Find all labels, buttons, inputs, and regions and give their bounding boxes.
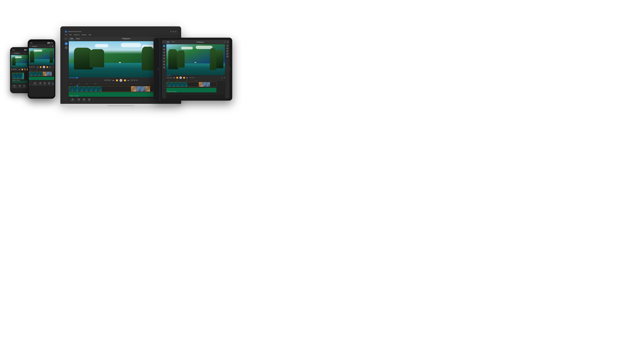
menu-edit[interactable]: Edit: [69, 34, 72, 35]
thumb-people-1: [136, 86, 141, 91]
tablet-tab-edit[interactable]: Edit: [166, 41, 170, 43]
thumb-2: [74, 86, 78, 91]
tab-edit[interactable]: Edit: [69, 37, 74, 40]
maximize-btn[interactable]: [173, 31, 174, 32]
phone-mid-color-label: Color: [39, 84, 41, 85]
tablet-rp-icon-3[interactable]: [226, 50, 228, 52]
phone-left-undo-icon[interactable]: ↩: [25, 52, 26, 54]
tool-titles[interactable]: Titles: [88, 98, 90, 101]
phone-left-notch: [17, 47, 25, 48]
tablet-rp-icon-2[interactable]: [226, 48, 228, 49]
tablet-sidebar-icon-6[interactable]: [163, 64, 165, 65]
phone-mid-home-icon[interactable]: ⌂: [30, 45, 31, 47]
phone-mid-step-fwd[interactable]: ⏩: [46, 66, 48, 68]
phone-mid-skip-back[interactable]: ⏮: [37, 66, 38, 68]
timecode-start: 00:00:00: [104, 80, 111, 81]
tab-share[interactable]: Share: [75, 37, 81, 40]
phone-left-play-btn[interactable]: ▶: [24, 68, 25, 70]
tablet-add-btn[interactable]: +: [163, 45, 165, 47]
tablet-play-btn[interactable]: ▶: [180, 76, 182, 79]
progress-handle[interactable]: [76, 77, 78, 79]
audio-waveform: [69, 92, 168, 97]
tool-audio[interactable]: Audio: [83, 98, 85, 101]
video-clip-1[interactable]: [69, 86, 131, 92]
phone-mid-play-btn[interactable]: ▶: [43, 66, 45, 68]
media-icon[interactable]: [65, 46, 68, 49]
tablet-fullscreen[interactable]: ⤢: [222, 77, 223, 78]
phone-left-step-back[interactable]: ⏪: [22, 69, 23, 70]
phone-mid-undo-icon[interactable]: ↩: [50, 45, 51, 47]
tablet-step-back[interactable]: ⏪: [176, 77, 178, 78]
add-button[interactable]: +: [65, 42, 68, 45]
close-btn[interactable]: [175, 31, 176, 32]
phone-mid-clip-2[interactable]: [43, 71, 52, 76]
tablet-clip-2[interactable]: [199, 82, 216, 87]
step-back-btn[interactable]: ⏪: [116, 79, 118, 81]
tablet-sidebar-icon-1[interactable]: [163, 49, 165, 50]
tablet-undo-icon[interactable]: ↩: [224, 41, 226, 43]
menu-file[interactable]: File: [65, 34, 67, 35]
skip-back-btn[interactable]: ⏮: [112, 79, 114, 81]
tool-transitions[interactable]: Transitions: [70, 98, 75, 101]
tablet-ruler-30: 30: [177, 80, 178, 81]
tablet-home-icon[interactable]: ⌂: [163, 41, 164, 43]
phone-mid-tool-audio[interactable]: Audio: [44, 82, 46, 85]
tablet-skip-fwd[interactable]: ⏭: [186, 77, 188, 78]
tablet-progress-container[interactable]: [166, 75, 225, 76]
tablet-export-icon[interactable]: ⊞: [227, 41, 228, 43]
menu-sequence[interactable]: Sequence: [74, 34, 80, 35]
menu-window[interactable]: Window: [82, 34, 86, 35]
pl-thumb-1: [12, 73, 16, 79]
play-button[interactable]: [120, 79, 122, 82]
scene: Adobe Premiere Rush File Edit Sequence: [0, 0, 242, 136]
phone-mid-notch: [37, 39, 46, 41]
phone-mid-back[interactable]: ←: [29, 83, 30, 85]
phone-mid-tool-transitions[interactable]: Transitions: [33, 82, 37, 85]
phone-mid-skip-fwd[interactable]: ⏭: [50, 66, 51, 68]
tablet-sidebar-icon-7[interactable]: [163, 67, 165, 68]
phone-left-tool-transitions[interactable]: Transitions: [12, 85, 16, 87]
phone-mid-timeline[interactable]: [29, 71, 54, 81]
phone-mid-tool-titles[interactable]: Titles: [48, 82, 50, 85]
tablet-rp-icon-5[interactable]: [226, 56, 228, 57]
thumb-1: [69, 86, 74, 91]
phone-left-clip[interactable]: [12, 72, 24, 79]
tablet-sidebar-icon-3[interactable]: [163, 55, 165, 56]
menu-help[interactable]: Help: [88, 34, 91, 35]
tablet-step-fwd[interactable]: ⏩: [183, 77, 185, 78]
phone-mid-share-icon[interactable]: ⊞: [52, 45, 53, 47]
tablet-skip-back[interactable]: ⏮: [174, 77, 175, 78]
tablet-clip-1[interactable]: [166, 82, 199, 87]
step-fwd-btn[interactable]: ⏩: [124, 79, 126, 81]
phone-mid-add-btn[interactable]: +: [52, 83, 53, 85]
tab-t1: [166, 82, 171, 87]
tablet-rp-icon-1[interactable]: [226, 45, 228, 46]
phone-mid-fullscreen[interactable]: ⤢: [53, 66, 54, 68]
phone-mid-step-back[interactable]: ⏪: [40, 66, 42, 68]
tablet-sidebar-icon-5[interactable]: [163, 61, 165, 62]
phone-left-home-icon[interactable]: ⌂: [12, 52, 13, 54]
pm-t5: [43, 72, 46, 76]
tab-t5: [183, 82, 188, 87]
tablet-right-panel: [225, 44, 230, 98]
tablet-rp-icon-4[interactable]: [226, 53, 228, 55]
phone-left-share-icon[interactable]: ↑: [27, 52, 28, 54]
tablet-sidebar-icon-2[interactable]: [163, 52, 165, 53]
phone-mid-screen: 9:41 ▐▐▐ ✦ 🔋 ⌂ Philippines ↩ ⊞: [29, 41, 54, 97]
tablet-home-btn[interactable]: [226, 67, 230, 71]
phone-mid-tool-color[interactable]: Color: [39, 82, 41, 85]
tablet-timeline[interactable]: Ripperton - Echocity: [166, 81, 225, 95]
tablet-sidebar-icon-4[interactable]: [163, 58, 165, 59]
phone-left-skip-back[interactable]: ⏮: [19, 69, 20, 70]
transitions-icon: [72, 98, 74, 100]
tablet-tab-share[interactable]: Share: [170, 41, 176, 43]
phone-left-tool-audio[interactable]: Audio: [23, 85, 25, 87]
home-icon[interactable]: ⌂: [65, 37, 66, 40]
minimize-btn[interactable]: [170, 31, 172, 32]
tablet-rock-3: [168, 49, 178, 69]
transitions-label: Transitions: [70, 100, 75, 101]
phone-left-tool-color[interactable]: Color: [19, 85, 21, 87]
tool-color[interactable]: Color: [78, 98, 80, 101]
phone-mid-time: 9:41: [30, 42, 32, 43]
skip-fwd-btn[interactable]: ⏭: [128, 79, 129, 81]
